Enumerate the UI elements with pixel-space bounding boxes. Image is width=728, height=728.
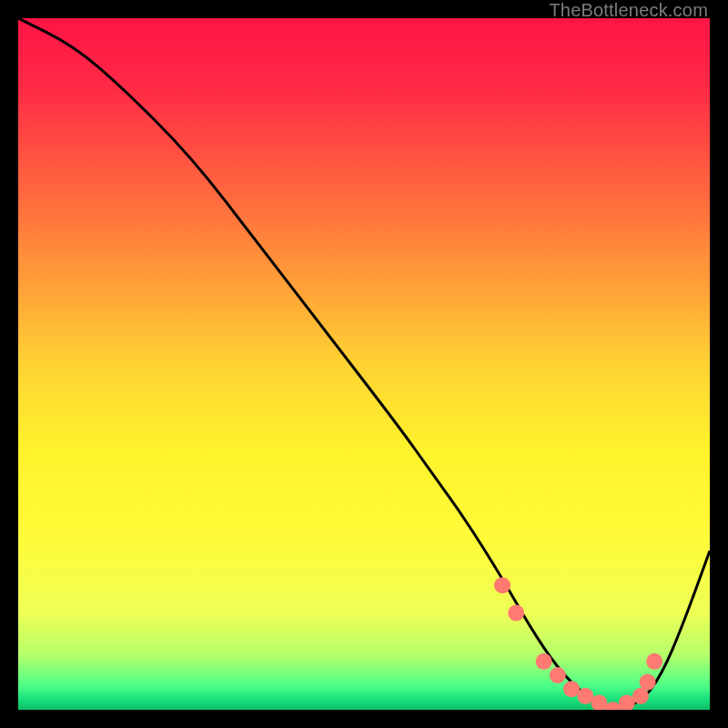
- marker-dot: [536, 653, 552, 670]
- marker-dot: [646, 653, 662, 670]
- marker-dot: [508, 605, 524, 622]
- plot-area: [18, 18, 710, 710]
- marker-dot: [494, 577, 511, 593]
- chart-frame: TheBottleneck.com: [0, 0, 728, 728]
- marker-dot: [550, 667, 566, 683]
- gradient-background: [18, 18, 710, 710]
- bottleneck-chart: [18, 18, 710, 710]
- marker-dot: [640, 674, 656, 691]
- watermark-text: TheBottleneck.com: [549, 0, 708, 21]
